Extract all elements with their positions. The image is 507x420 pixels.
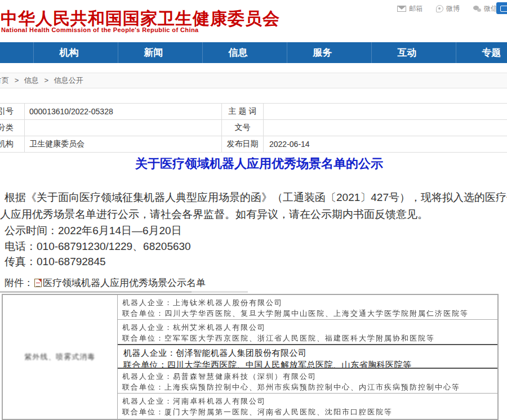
meta-category-value (25, 120, 222, 136)
nav-item-orgs[interactable]: 机构 (34, 42, 118, 63)
table-row: 机器人企业：创泽智能机器人集团股份有限公司 联合单位：四川大学华西医院、中国人民… (118, 344, 497, 369)
meta-date-label: 发布日期 (222, 136, 264, 153)
mail-icon (397, 6, 406, 12)
meta-docnum-label: 文号 (222, 120, 264, 136)
breadcrumb-info[interactable]: 信息 (24, 76, 39, 84)
scene-list-table: 紫外线、喷雾式消毒 机器人企业：上海钛米机器人股份有限公司 联合单位：四川大学华… (2, 294, 499, 420)
weibo-icon (436, 5, 443, 12)
top-right-button[interactable] (496, 2, 507, 14)
breadcrumb-bar: 首页 > 信息 > 信息公开 (0, 73, 507, 88)
article-paragraph-line2: 人应用优秀场景名单进行公示，请社会各界监督。如有异议，请在公示期内书面反馈意见。 (0, 207, 428, 222)
meta-agency-label: 发文机构 (0, 136, 25, 153)
company-line: 机器人企业：创泽智能机器人集团股份有限公司 (123, 347, 494, 359)
meta-agency-value: 卫生健康委员会 (25, 136, 222, 153)
scene-category-label: 紫外线、喷雾式消毒 (25, 352, 96, 362)
meta-category-label: 公开分类 (0, 120, 25, 136)
scene-category-cell: 紫外线、喷雾式消毒 (3, 295, 118, 419)
table-row: 机器人企业：杭州艾米机器人有限公司 联合单位：空军军医大学西京医院、浙江省人民医… (118, 320, 497, 345)
partners-line: 联合单位：上海疾病预防控制中心、郑州市疾病预防控制中心、内江市疾病预防控制中心等 (122, 382, 494, 392)
breadcrumb-separator: > (15, 76, 19, 84)
wechat-icon (473, 6, 481, 12)
partners-line: 联合单位：四川大学华西医院、中国人民解放军总医院、山东省胸科医院等 (123, 359, 494, 369)
nav-item-topics[interactable]: 专题 (456, 42, 507, 63)
nav-item-home[interactable]: 首页 (0, 42, 34, 63)
weibo-link[interactable]: 微博 (436, 4, 460, 14)
site-subtitle-en: National Health Commission of the People… (1, 26, 199, 33)
breadcrumb-home[interactable]: 首页 (0, 76, 9, 84)
meta-docnum-value (264, 120, 507, 136)
wechat-link[interactable]: 微信 (473, 4, 497, 14)
nav-item-news[interactable]: 新闻 (118, 42, 203, 63)
partners-line: 联合单位：空军军医大学西京医院、浙江省人民医院、福建医科大学附属协和医院等 (122, 333, 494, 343)
table-row: 机器人企业：易普森智慧健康科技（深圳）有限公司 联合单位：上海疾病预防控制中心、… (118, 369, 497, 394)
table-row: 索引号 000013610/2022-05328 主 题 词 (0, 104, 507, 120)
fax-line: 传真：010-68792845 (5, 254, 106, 269)
main-nav: 首页 机构 新闻 信息 服务 互动 专题 (0, 42, 507, 63)
article-paragraph-line1: 根据《关于面向医疗领域征集机器人典型应用场景的函》（工通装函〔2021〕427号… (5, 190, 507, 205)
topbar: 邮箱 微博 微信 (397, 4, 497, 14)
company-line: 机器人企业：杭州艾米机器人有限公司 (122, 322, 494, 333)
breadcrumb-separator: > (44, 76, 48, 84)
doc-meta-table: 索引号 000013610/2022-05328 主 题 词 公开分类 文号 发… (0, 103, 507, 153)
table-row: 机器人企业：上海钛米机器人股份有限公司 联合单位：四川大学华西医院、复旦大学附属… (118, 295, 497, 320)
image-edge-artifact (0, 291, 192, 293)
attachment-link[interactable]: 医疗领域机器人应用优秀场景公示名单 (43, 276, 206, 289)
wechat-label: 微信 (484, 4, 497, 14)
meta-subject-value (264, 104, 507, 120)
table-row: 发文机构 卫生健康委员会 发布日期 2022-06-14 (0, 136, 507, 153)
partners-line: 联合单位：四川大学华西医院、复旦大学附属中山医院、上海交通大学医学院附属仁济医院… (122, 308, 494, 319)
meta-index-label: 索引号 (0, 104, 25, 120)
partners-line: 联合单位：厦门大学附属第一医院、河南省人民医院、沈阳市口腔医院等 (122, 406, 494, 417)
meta-date-value: 2022-06-14 (264, 136, 507, 153)
mail-label: 邮箱 (409, 4, 422, 14)
mail-link[interactable]: 邮箱 (397, 4, 422, 14)
company-line: 机器人企业：易普森智慧健康科技（深圳）有限公司 (122, 371, 494, 382)
publicity-period-line: 公示时间：2022年6月14日—6月20日 (5, 224, 182, 238)
meta-index-value: 000013610/2022-05328 (25, 104, 222, 120)
nav-item-info[interactable]: 信息 (203, 42, 287, 63)
breadcrumb-info-open[interactable]: 信息公开 (54, 76, 83, 84)
page-title: 关于医疗领域机器人应用优秀场景名单的公示 (0, 155, 507, 172)
weibo-label: 微博 (446, 4, 460, 14)
company-line: 机器人企业：河南卓科机器人有限公司 (122, 396, 494, 406)
table-row: 机器人企业：河南卓科机器人有限公司 联合单位：厦门大学附属第一医院、河南省人民医… (118, 394, 497, 418)
document-icon (34, 279, 42, 287)
company-line: 机器人企业：上海钛米机器人股份有限公司 (122, 297, 494, 308)
page: 中华人民共和国国家卫生健康委员会 National Health Commiss… (0, 0, 507, 420)
nav-item-interact[interactable]: 互动 (372, 42, 456, 63)
table-row: 公开分类 文号 (0, 120, 507, 136)
breadcrumb: 首页 > 信息 > 信息公开 (0, 73, 87, 88)
attachment-label: 附件： (5, 276, 33, 289)
attachment-row: 附件： 医疗领域机器人应用优秀场景公示名单 (5, 276, 206, 289)
scene-rows: 机器人企业：上海钛米机器人股份有限公司 联合单位：四川大学华西医院、复旦大学附属… (118, 295, 497, 419)
phone-line: 电话：010-68791230/1229、68205630 (5, 239, 191, 254)
image-edge-artifact (192, 291, 248, 293)
nav-item-services[interactable]: 服务 (287, 42, 372, 63)
meta-subject-label: 主 题 词 (222, 104, 264, 120)
